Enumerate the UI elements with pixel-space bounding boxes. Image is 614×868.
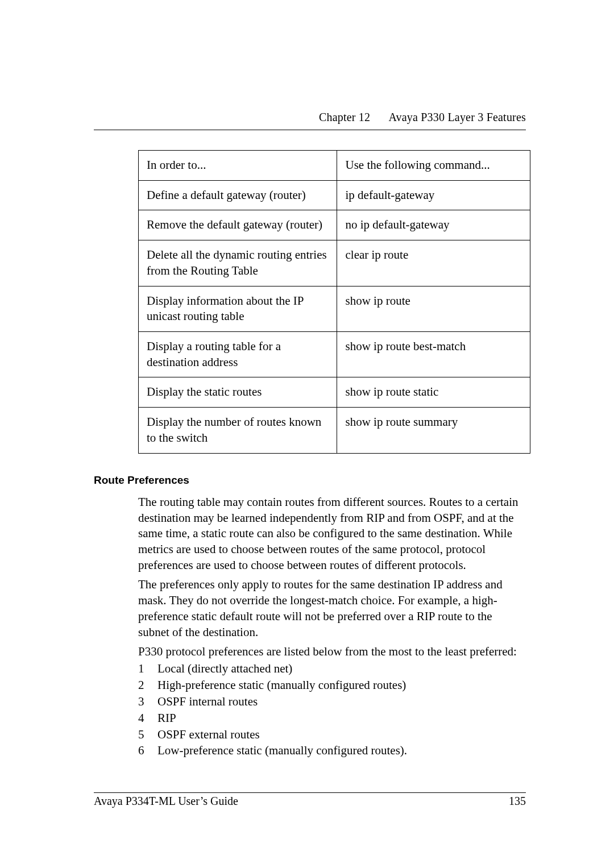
table-cell: ip default-gateway (337, 180, 530, 210)
footer-rule (94, 792, 526, 793)
table-cell: no ip default-gateway (337, 210, 530, 240)
footer-doc-title: Avaya P334T-ML User’s Guide (94, 795, 238, 807)
page-number: 135 (509, 795, 526, 808)
table-cell: show ip route static (337, 377, 530, 408)
running-header: Chapter 12 Avaya P330 Layer 3 Features (319, 111, 526, 124)
list-item: Low-preference static (manually configur… (138, 743, 526, 759)
table-cell: Remove the default gateway (router) (139, 210, 337, 240)
table-cell: Display a routing table for a destinatio… (139, 332, 337, 377)
table-cell: clear ip route (337, 240, 530, 286)
table-header-row: In order to... Use the following command… (139, 151, 530, 181)
table-cell: show ip route best-match (337, 332, 530, 377)
section-body: The routing table may contain routes fro… (138, 495, 526, 759)
header-rule (94, 130, 526, 130)
paragraph: The preferences only apply to routes for… (138, 577, 526, 641)
table-cell: Delete all the dynamic routing entries f… (139, 240, 337, 286)
section-heading: Route Preferences (94, 474, 526, 487)
table-header-cell: Use the following command... (337, 151, 530, 181)
paragraph: P330 protocol preferences are listed bel… (138, 644, 526, 660)
table-row: Display a routing table for a destinatio… (139, 332, 530, 377)
table-row: Define a default gateway (router) ip def… (139, 180, 530, 210)
list-item: RIP (138, 711, 526, 726)
table-row: Display the static routes show ip route … (139, 377, 530, 408)
chapter-title: Avaya P330 Layer 3 Features (388, 111, 526, 123)
table-row: Delete all the dynamic routing entries f… (139, 240, 530, 286)
paragraph: The routing table may contain routes fro… (138, 495, 526, 574)
table-cell: Display information about the IP unicast… (139, 286, 337, 331)
table-cell: Display the static routes (139, 377, 337, 408)
list-item: High-preference static (manually configu… (138, 678, 526, 693)
table-cell: Display the number of routes known to th… (139, 408, 337, 453)
preference-list: Local (directly attached net) High-prefe… (138, 661, 526, 759)
table-row: Display the number of routes known to th… (139, 408, 530, 453)
page-footer: Avaya P334T-ML User’s Guide 135 (94, 795, 526, 808)
table-cell: show ip route summary (337, 408, 530, 453)
table-header-cell: In order to... (139, 151, 337, 181)
chapter-label: Chapter 12 (319, 111, 370, 123)
list-item: OSPF external routes (138, 727, 526, 743)
command-table: In order to... Use the following command… (138, 150, 530, 454)
table-row: Remove the default gateway (router) no i… (139, 210, 530, 240)
list-item: Local (directly attached net) (138, 661, 526, 677)
table-cell: Define a default gateway (router) (139, 180, 337, 210)
list-item: OSPF internal routes (138, 694, 526, 710)
table-cell: show ip route (337, 286, 530, 331)
table-row: Display information about the IP unicast… (139, 286, 530, 331)
